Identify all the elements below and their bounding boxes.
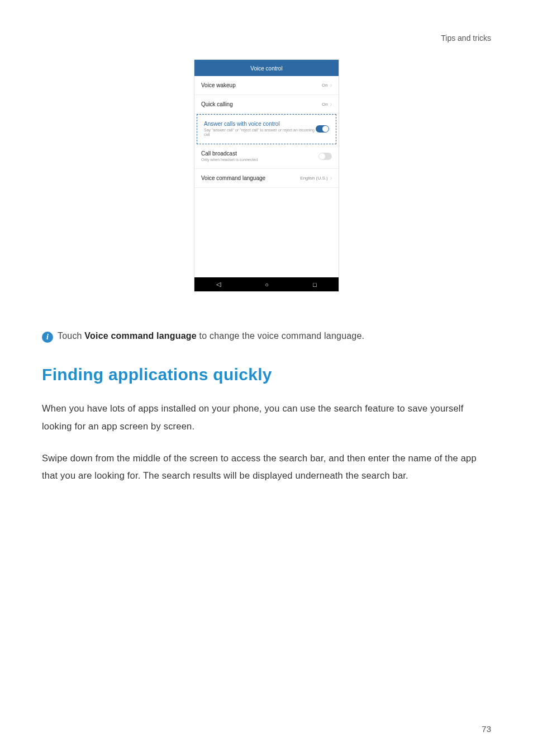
row-value: English (U.S.) [300,176,327,181]
row-label: Voice command language [201,175,265,181]
row-value: On [322,83,328,88]
row-voice-command-language[interactable]: Voice command language English (U.S.) › [194,169,339,188]
recent-icon[interactable]: □ [313,281,317,288]
chevron-right-icon: › [330,101,332,107]
row-label: Voice wakeup [201,82,236,88]
row-voice-wakeup[interactable]: Voice wakeup On › [194,76,339,95]
section-heading: Finding applications quickly [42,365,491,384]
tip-text: Touch Voice command language to change t… [58,331,364,341]
row-label: Call broadcast [201,150,258,157]
row-answer-calls-voice-control[interactable]: Answer calls with voice control Say "ans… [197,114,336,144]
screen-blank-area [194,188,339,277]
back-icon[interactable]: ◁ [216,281,221,288]
row-sublabel: Say "answer call" or "reject call" to an… [204,128,316,138]
paragraph: Swipe down from the middle of the screen… [42,450,491,485]
tip-bold: Voice command language [84,331,197,341]
phone-screenshot: Voice control Voice wakeup On › Quick ca… [194,59,339,292]
row-sublabel: Only when headset is connected [201,158,258,162]
info-tip: i Touch Voice command language to change… [42,331,491,343]
android-nav-bar: ◁ ○ □ [194,277,339,291]
screen-title: Voice control [194,60,339,76]
toggle-on-icon[interactable] [316,125,329,133]
section-header: Tips and tricks [42,34,491,42]
home-icon[interactable]: ○ [265,281,269,288]
row-quick-calling[interactable]: Quick calling On › [194,95,339,114]
toggle-off-icon[interactable] [318,153,332,160]
row-label: Answer calls with voice control [204,121,316,127]
page-number: 73 [482,724,491,734]
chevron-right-icon: › [330,82,332,88]
tip-suffix: to change the voice command language. [197,331,364,341]
chevron-right-icon: › [330,175,332,181]
tip-prefix: Touch [58,331,84,341]
row-value: On [322,102,328,107]
info-icon: i [42,332,53,343]
row-label: Quick calling [201,101,233,107]
row-call-broadcast[interactable]: Call broadcast Only when headset is conn… [194,144,339,169]
paragraph: When you have lots of apps installed on … [42,400,491,435]
